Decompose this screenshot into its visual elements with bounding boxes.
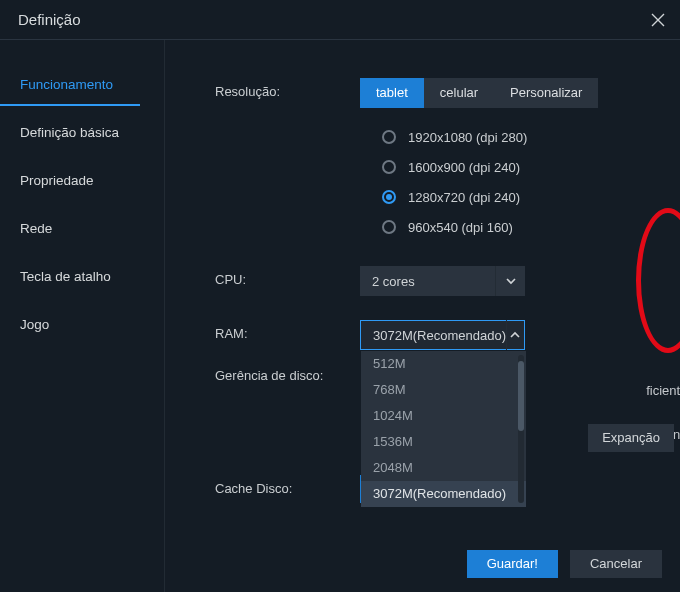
radio-960x540[interactable]: 960x540 (dpi 160) — [360, 212, 660, 242]
radio-label: 1600x900 (dpi 240) — [408, 160, 520, 175]
expand-button[interactable]: Expanção — [588, 424, 674, 452]
ram-select[interactable]: 3072M(Recomendado) 512M 768M 1024M 1536M… — [360, 320, 525, 350]
sidebar-item-propriedade[interactable]: Propriedade — [0, 160, 164, 202]
resolution-tabs: tablet celular Personalizar — [360, 78, 660, 108]
tab-personalizar[interactable]: Personalizar — [494, 78, 598, 108]
label-ram: RAM: — [215, 320, 360, 341]
sidebar: Funcionamento Definição básica Proprieda… — [0, 40, 165, 592]
sidebar-item-tecla-atalho[interactable]: Tecla de atalho — [0, 256, 164, 298]
ram-option-3072m[interactable]: 3072M(Recomendado) — [361, 481, 526, 507]
radio-label: 1280x720 (dpi 240) — [408, 190, 520, 205]
chevron-up-icon — [506, 320, 524, 350]
ram-dropdown: 512M 768M 1024M 1536M 2048M 3072M(Recome… — [361, 351, 526, 507]
ram-option-512m[interactable]: 512M — [361, 351, 526, 377]
dropdown-scrollbar[interactable] — [518, 355, 524, 503]
radio-1280x720[interactable]: 1280x720 (dpi 240) — [360, 182, 660, 212]
radio-icon — [382, 190, 396, 204]
ram-option-1536m[interactable]: 1536M — [361, 429, 526, 455]
sidebar-item-rede[interactable]: Rede — [0, 208, 164, 250]
chevron-down-icon — [495, 266, 525, 296]
cancel-button[interactable]: Cancelar — [570, 550, 662, 578]
radio-1920x1080[interactable]: 1920x1080 (dpi 280) — [360, 122, 660, 152]
sidebar-item-definicao-basica[interactable]: Definição básica — [0, 112, 164, 154]
scrollbar-thumb[interactable] — [518, 361, 524, 431]
radio-icon — [382, 160, 396, 174]
cpu-select[interactable]: 2 cores — [360, 266, 525, 296]
label-disk-mgmt: Gerência de disco: — [215, 362, 360, 383]
radio-1600x900[interactable]: 1600x900 (dpi 240) — [360, 152, 660, 182]
sidebar-item-funcionamento[interactable]: Funcionamento — [0, 64, 140, 106]
ram-select-value: 3072M(Recomendado) — [373, 328, 506, 343]
window-title: Definição — [18, 11, 81, 28]
cpu-select-value: 2 cores — [372, 274, 415, 289]
radio-label: 1920x1080 (dpi 280) — [408, 130, 527, 145]
radio-label: 960x540 (dpi 160) — [408, 220, 513, 235]
save-button[interactable]: Guardar! — [467, 550, 558, 578]
label-cpu: CPU: — [215, 266, 360, 287]
radio-icon — [382, 220, 396, 234]
settings-panel: Resolução: tablet celular Personalizar 1… — [165, 40, 680, 592]
ram-option-2048m[interactable]: 2048M — [361, 455, 526, 481]
tab-celular[interactable]: celular — [424, 78, 494, 108]
label-resolution: Resolução: — [215, 78, 360, 99]
radio-icon — [382, 130, 396, 144]
ram-option-1024m[interactable]: 1024M — [361, 403, 526, 429]
close-icon[interactable] — [650, 12, 666, 28]
ram-option-768m[interactable]: 768M — [361, 377, 526, 403]
label-cache-disk: Cache Disco: — [215, 475, 360, 496]
resolution-options: 1920x1080 (dpi 280) 1600x900 (dpi 240) 1… — [360, 122, 660, 242]
tab-tablet[interactable]: tablet — [360, 78, 424, 108]
sidebar-item-jogo[interactable]: Jogo — [0, 304, 164, 346]
